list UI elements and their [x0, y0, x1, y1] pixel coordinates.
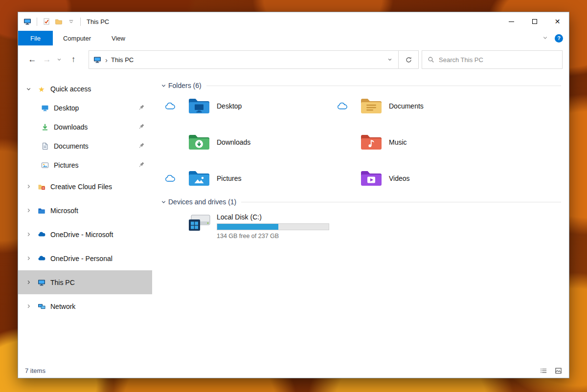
tile-label: Desktop	[217, 102, 242, 110]
section-rule	[206, 86, 561, 86]
folder-tile-videos[interactable]: Videos	[332, 167, 504, 190]
tile-label: Documents	[389, 102, 424, 110]
onedrive-status-icon	[165, 175, 175, 182]
sidebar-item-label: Pictures	[54, 161, 79, 169]
chevron-down-icon[interactable]	[160, 199, 167, 205]
quick-access-toolbar	[23, 17, 82, 26]
chevron-right-icon[interactable]	[25, 256, 32, 261]
minimize-icon	[509, 22, 514, 22]
maximize-button[interactable]	[523, 12, 546, 31]
sidebar-item-label: This PC	[50, 279, 75, 286]
microsoft-folder-icon	[37, 206, 46, 215]
breadcrumb[interactable]: This PC	[111, 56, 134, 64]
this-pc-icon	[23, 17, 32, 26]
drive-tile-local-disk-c[interactable]: Local Disk (C:) 134 GB free of 237 GB	[187, 213, 563, 240]
up-button[interactable]: ↑	[66, 55, 81, 65]
folders-grid: Desktop Documents Down	[160, 94, 563, 190]
pictures-icon	[41, 161, 49, 170]
back-button[interactable]: ←	[25, 55, 40, 65]
sidebar-item-label: OneDrive - Microsoft	[50, 231, 113, 239]
disk-usage-fill	[217, 224, 278, 230]
sidebar-item-label: Documents	[54, 142, 89, 150]
file-explorer-window: This PC ✕ File Computer View ? ← →	[18, 12, 569, 378]
music-folder-icon	[360, 132, 383, 152]
folders-section-header: Folders (6)	[160, 82, 563, 89]
window-title: This PC	[87, 18, 109, 25]
documents-folder-icon	[360, 96, 383, 116]
tab-view[interactable]: View	[101, 31, 135, 45]
chevron-right-icon[interactable]	[25, 232, 32, 237]
new-folder-icon[interactable]	[54, 17, 63, 26]
minimize-button[interactable]	[500, 12, 523, 31]
ribbon-tabs: File Computer View ?	[18, 31, 569, 45]
sidebar-item-downloads[interactable]: Downloads	[18, 117, 152, 136]
search-icon	[428, 56, 434, 63]
downloads-icon	[41, 123, 49, 131]
sidebar-item-pictures[interactable]: Pictures	[18, 155, 152, 174]
tile-label: Music	[389, 138, 407, 146]
file-list-pane: Folders (6) Desktop	[152, 74, 569, 364]
search-input[interactable]	[439, 56, 557, 64]
chevron-right-icon[interactable]	[25, 280, 32, 285]
tab-file[interactable]: File	[18, 31, 53, 45]
sidebar-item-label: Network	[50, 303, 75, 310]
folder-tile-documents[interactable]: Documents	[332, 94, 504, 118]
refresh-icon[interactable]	[399, 51, 418, 68]
section-title[interactable]: Devices and drives (1)	[168, 198, 236, 206]
onedrive-status-icon	[165, 103, 175, 110]
sidebar-item-this-pc[interactable]: This PC	[18, 270, 152, 294]
collapse-ribbon-icon[interactable]	[542, 34, 548, 43]
folder-tile-desktop[interactable]: Desktop	[160, 94, 332, 118]
sidebar-item-label: Desktop	[54, 104, 79, 112]
onedrive-status-icon	[337, 103, 347, 110]
navigation-bar: ← → ↑ › This PC	[18, 45, 569, 74]
pin-icon	[137, 161, 145, 169]
close-button[interactable]: ✕	[546, 12, 569, 31]
chevron-right-icon[interactable]	[25, 208, 32, 213]
folder-tile-music[interactable]: Music	[332, 131, 504, 154]
sidebar-item-documents[interactable]: Documents	[18, 136, 152, 155]
sidebar-item-desktop[interactable]: Desktop	[18, 98, 152, 117]
videos-folder-icon	[360, 169, 383, 188]
sidebar-item-label: Quick access	[50, 85, 91, 93]
breadcrumb-chevron-icon[interactable]: ›	[105, 56, 108, 64]
folder-tile-pictures[interactable]: Pictures	[160, 167, 332, 190]
pictures-folder-icon	[187, 169, 211, 188]
properties-icon[interactable]	[42, 17, 51, 26]
documents-icon	[41, 142, 49, 151]
chevron-right-icon[interactable]	[25, 184, 32, 189]
address-dropdown-icon[interactable]	[382, 51, 398, 68]
section-title[interactable]: Folders (6)	[168, 82, 202, 89]
sidebar-item-onedrive-microsoft[interactable]: OneDrive - Microsoft	[18, 222, 152, 246]
sidebar-item-quick-access[interactable]: ★ Quick access	[18, 80, 152, 98]
chevron-down-icon[interactable]	[160, 83, 167, 88]
chevron-right-icon[interactable]	[25, 304, 32, 309]
address-bar[interactable]: › This PC	[89, 50, 419, 69]
creative-cloud-icon	[37, 182, 46, 191]
tile-label: Videos	[389, 174, 410, 182]
titlebar: This PC ✕	[18, 12, 569, 31]
sidebar-item-label: Microsoft	[50, 207, 78, 215]
sidebar-item-network[interactable]: Network	[18, 294, 152, 318]
chevron-down-icon[interactable]	[25, 87, 32, 92]
toolbar-separator	[37, 18, 37, 26]
forward-button[interactable]: →	[40, 55, 54, 65]
folder-tile-downloads[interactable]: Downloads	[160, 131, 332, 154]
items-count: 7 items	[25, 367, 45, 374]
desktop-wallpaper: This PC ✕ File Computer View ? ← →	[0, 0, 587, 392]
sidebar-item-onedrive-personal[interactable]: OneDrive - Personal	[18, 246, 152, 270]
onedrive-icon	[37, 254, 46, 263]
tab-computer[interactable]: Computer	[53, 31, 101, 45]
customize-toolbar-icon[interactable]	[67, 17, 75, 26]
help-button[interactable]: ?	[555, 34, 563, 43]
search-box	[422, 50, 563, 69]
window-controls: ✕	[500, 12, 569, 31]
sidebar-item-microsoft[interactable]: Microsoft	[18, 198, 152, 222]
sidebar-item-creative-cloud-files[interactable]: Creative Cloud Files	[18, 174, 152, 198]
recent-locations-icon[interactable]	[54, 57, 64, 62]
details-view-icon[interactable]	[538, 366, 549, 376]
large-icons-view-icon[interactable]	[552, 366, 564, 376]
section-rule	[241, 202, 561, 202]
drive-capacity: 134 GB free of 237 GB	[217, 233, 329, 240]
sidebar-item-label: Downloads	[54, 123, 88, 131]
